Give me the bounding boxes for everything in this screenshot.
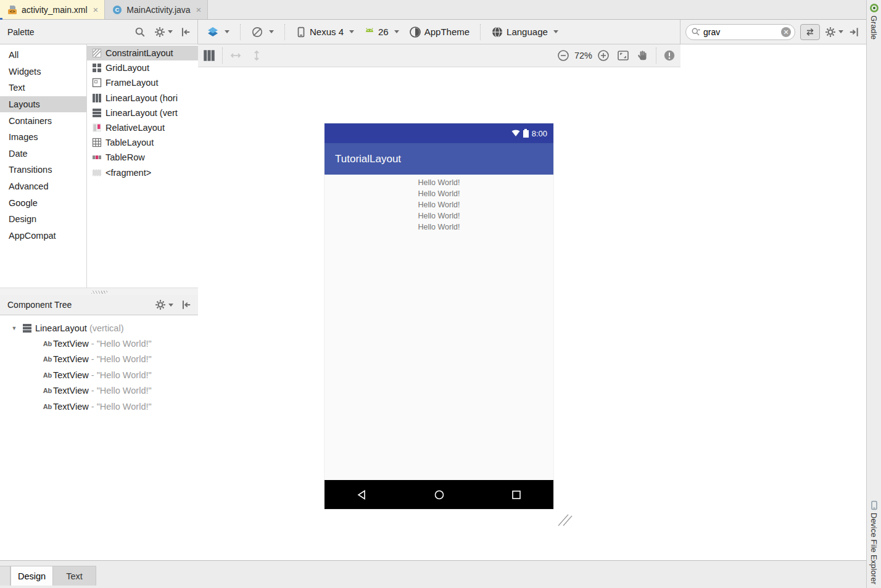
- textview-icon: Ab: [42, 387, 53, 394]
- node-type: TextView: [53, 339, 89, 349]
- textview-hello-world[interactable]: Hello World!: [418, 199, 460, 210]
- pan-hand-icon[interactable]: [637, 49, 649, 62]
- palette-item-linearlayout-vertical[interactable]: LinearLayout (vert: [87, 106, 198, 120]
- close-tab-icon[interactable]: ×: [93, 5, 99, 14]
- category-images[interactable]: Images: [0, 129, 86, 146]
- theme-selector[interactable]: AppTheme: [407, 24, 472, 40]
- palette-options-button[interactable]: [154, 27, 173, 38]
- category-text[interactable]: Text: [0, 80, 86, 96]
- chevron-down-icon: [838, 30, 843, 33]
- editor-tab-bar: <> activity_main.xml × C MainActivity.ja…: [0, 0, 866, 20]
- palette-item-constraintlayout[interactable]: ConstraintLayout: [87, 46, 198, 60]
- category-widgets[interactable]: Widgets: [0, 64, 86, 80]
- preview-resize-handle[interactable]: [556, 512, 573, 527]
- gradle-tool-button[interactable]: Gradle: [869, 3, 879, 39]
- view-options-button[interactable]: [825, 27, 843, 38]
- clear-search-icon[interactable]: ✕: [781, 27, 791, 37]
- gear-icon: [825, 27, 836, 38]
- tab-mainactivity-java[interactable]: C MainActivity.java ×: [105, 0, 208, 19]
- design-surface-toolbar: 72%: [198, 44, 680, 67]
- close-tab-icon[interactable]: ×: [196, 5, 202, 14]
- palette-category-list: All Widgets Text Layouts Containers Imag…: [0, 44, 87, 288]
- battery-icon: [523, 129, 529, 138]
- layers-icon: [207, 26, 219, 38]
- hide-panel-icon[interactable]: [180, 27, 191, 38]
- language-selector[interactable]: Language: [489, 24, 561, 40]
- node-suffix: (vertical): [89, 323, 124, 333]
- orientation-selector[interactable]: [249, 24, 276, 40]
- render-issues-icon[interactable]: [663, 49, 676, 62]
- collapse-arrow-icon[interactable]: ▼: [10, 325, 19, 331]
- palette-item-gridlayout[interactable]: GridLayout: [87, 60, 198, 75]
- tab-design[interactable]: Design: [10, 566, 53, 586]
- tree-node-textview[interactable]: Ab TextView - "Hello World!": [0, 352, 198, 367]
- tree-node-textview[interactable]: Ab TextView - "Hello World!": [0, 336, 198, 351]
- relative-layout-icon: [92, 123, 102, 133]
- preview-content[interactable]: Hello World! Hello World! Hello World! H…: [325, 175, 553, 480]
- textview-hello-world[interactable]: Hello World!: [418, 210, 460, 222]
- category-date[interactable]: Date: [0, 146, 86, 162]
- textview-hello-world[interactable]: Hello World!: [418, 188, 460, 199]
- palette-item-label: <fragment>: [105, 168, 151, 178]
- category-appcompat[interactable]: AppCompat: [0, 228, 86, 244]
- palette-item-tablerow[interactable]: TableRow: [87, 150, 198, 165]
- category-containers[interactable]: Containers: [0, 112, 86, 129]
- hide-panel-icon[interactable]: [181, 299, 192, 310]
- nav-back-icon: [357, 489, 368, 500]
- tab-text[interactable]: Text: [53, 566, 96, 586]
- phone-icon: [296, 27, 307, 38]
- palette-item-relativelayout[interactable]: RelativeLayout: [87, 120, 198, 135]
- node-value: - "Hello World!": [91, 370, 152, 380]
- tree-node-textview[interactable]: Ab TextView - "Hello World!": [0, 367, 198, 383]
- design-mode-selector[interactable]: [204, 24, 232, 40]
- palette-item-label: GridLayout: [105, 63, 149, 73]
- zoom-out-icon[interactable]: [557, 49, 569, 62]
- vertical-resize-icon[interactable]: [250, 49, 263, 62]
- hide-right-panel-icon[interactable]: [848, 27, 859, 38]
- toolbar-separator: [480, 24, 481, 40]
- chevron-down-icon: [349, 30, 354, 33]
- palette-item-fragment[interactable]: <fragment>: [87, 165, 198, 180]
- tree-node-linearlayout[interactable]: ▼ LinearLayout (vertical): [0, 320, 198, 336]
- svg-text:<>: <>: [9, 9, 15, 14]
- device-preview[interactable]: 8:00 TutorialLayout Hello World! Hello W…: [325, 123, 553, 509]
- node-value: - "Hello World!": [91, 402, 152, 412]
- category-advanced[interactable]: Advanced: [0, 178, 86, 195]
- category-layouts[interactable]: Layouts: [0, 96, 86, 113]
- category-transitions[interactable]: Transitions: [0, 162, 86, 178]
- tree-options-button[interactable]: [155, 299, 173, 310]
- preview-navigation-bar: [325, 480, 553, 509]
- category-design[interactable]: Design: [0, 211, 86, 228]
- category-google[interactable]: Google: [0, 194, 86, 211]
- category-all[interactable]: All: [0, 47, 86, 64]
- palette-item-framelayout[interactable]: FrameLayout: [87, 75, 198, 90]
- device-label: Nexus 4: [310, 27, 344, 37]
- textview-hello-world[interactable]: Hello World!: [418, 177, 460, 188]
- palette-item-tablelayout[interactable]: TableLayout: [87, 135, 198, 150]
- tab-activity-main-xml[interactable]: <> activity_main.xml ×: [0, 0, 105, 19]
- palette-item-linearlayout-horizontal[interactable]: LinearLayout (hori: [87, 91, 198, 106]
- component-tree-title: Component Tree: [7, 300, 72, 310]
- zoom-in-icon[interactable]: [597, 49, 610, 62]
- node-value: - "Hello World!": [91, 339, 152, 349]
- device-selector[interactable]: Nexus 4: [293, 25, 357, 39]
- textview-hello-world[interactable]: Hello World!: [418, 222, 460, 233]
- properties-search-box[interactable]: ✕: [685, 24, 795, 40]
- chevron-down-icon: [394, 30, 399, 33]
- search-input[interactable]: [703, 27, 779, 37]
- zoom-to-fit-icon[interactable]: [617, 49, 629, 62]
- mode-bar-notch: [0, 566, 10, 586]
- search-icon[interactable]: [134, 27, 146, 38]
- swap-panels-button[interactable]: [800, 24, 820, 40]
- chevron-down-icon: [553, 30, 558, 33]
- tree-node-textview[interactable]: Ab TextView - "Hello World!": [0, 383, 198, 399]
- show-panels-icon[interactable]: [203, 49, 215, 62]
- device-file-explorer-tool-button[interactable]: Device File Explorer: [869, 500, 879, 584]
- horizontal-resize-icon[interactable]: [230, 49, 242, 62]
- tree-node-textview[interactable]: Ab TextView - "Hello World!": [0, 399, 198, 414]
- api-selector[interactable]: 26: [362, 25, 402, 39]
- palette-item-list: ConstraintLayout GridLayout FrameLayout …: [87, 44, 198, 288]
- table-row-icon: [92, 152, 102, 162]
- textview-icon: Ab: [42, 355, 53, 363]
- panel-splitter[interactable]: [0, 288, 198, 295]
